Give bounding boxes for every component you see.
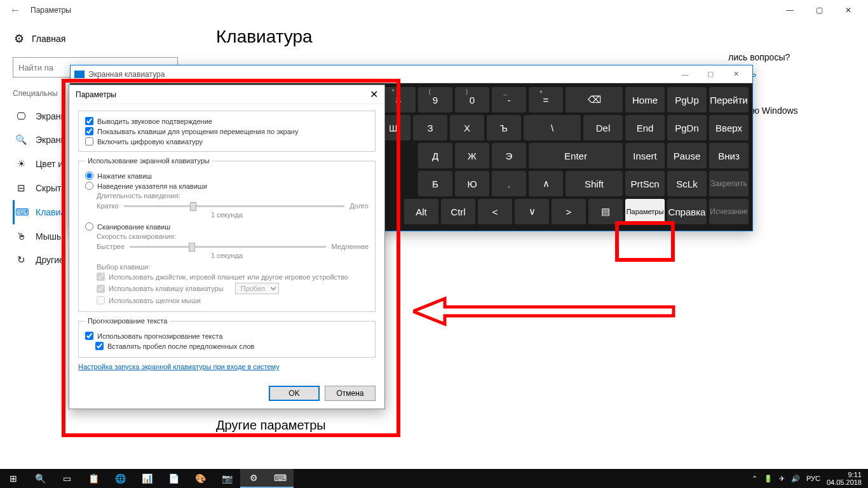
key-pgdn[interactable]: PgDn [667, 115, 707, 140]
osk-maximize[interactable]: ▢ [698, 67, 723, 82]
startup-link[interactable]: Настройка запуска экранной клавиатуры пр… [78, 363, 376, 370]
cb-numpad[interactable]: Включить цифровую клавиатуру [85, 137, 369, 146]
captions-icon: ⊟ [15, 182, 27, 194]
key-9[interactable]: (9 [418, 87, 452, 112]
search-button[interactable]: 🔍 [27, 469, 53, 488]
key-shift[interactable]: Shift [566, 171, 623, 196]
key-hard[interactable]: Ъ [487, 115, 521, 140]
key-enter[interactable]: Enter [529, 143, 623, 168]
tray-lang[interactable]: РУС [806, 475, 820, 482]
tb-word[interactable]: 📄 [160, 469, 187, 488]
key-backslash[interactable]: \ [524, 115, 581, 140]
keyboard-icon: ⌨ [15, 207, 27, 218]
key-0[interactable]: )0 [455, 87, 489, 112]
key-down[interactable]: Вниз [709, 143, 749, 168]
radio-click[interactable]: Нажатие клавиш [85, 172, 369, 180]
radio-scan[interactable]: Сканирование клавиш [85, 222, 369, 231]
tray-clock[interactable]: 9:11 04.05.2018 [827, 471, 862, 486]
key-del[interactable]: Del [583, 115, 623, 140]
osk-minimize[interactable]: — [672, 67, 698, 82]
key-up[interactable]: Вверх [709, 115, 749, 140]
key-pause[interactable]: Pause [667, 143, 707, 168]
key-backspace[interactable]: ⌫ [566, 87, 623, 112]
close-button[interactable]: ✕ [834, 0, 863, 20]
key-8[interactable]: *8 [381, 87, 416, 112]
predict-legend: Прогнозирование текста [85, 317, 170, 325]
key-end[interactable]: End [625, 115, 665, 140]
key-pgup[interactable]: PgUp [667, 87, 707, 112]
key-fade[interactable]: Исчезание [709, 199, 749, 224]
radio-hover[interactable]: Наведение указателя на клавиши [85, 182, 369, 190]
key-right[interactable]: > [552, 199, 586, 224]
tb-app2[interactable]: 📷 [214, 469, 240, 488]
key-sclk[interactable]: ScLk [667, 171, 707, 196]
hover-slider[interactable] [124, 205, 345, 207]
tb-excel[interactable]: 📊 [133, 469, 160, 488]
key-home[interactable]: Home [625, 87, 665, 112]
key-yu[interactable]: Ю [455, 171, 489, 196]
tb-paint[interactable]: 🎨 [187, 469, 214, 488]
dialog-titlebar[interactable]: Параметры ✕ [69, 85, 384, 104]
tray-chevron-icon[interactable]: ⌃ [752, 475, 757, 483]
key-left[interactable]: < [478, 199, 512, 224]
key-d[interactable]: Д [418, 143, 452, 168]
cb-sound[interactable]: Выводить звуковое подтверждение [85, 117, 369, 125]
tb-settings[interactable]: ⚙ [240, 469, 267, 488]
key-z[interactable]: З [413, 115, 447, 140]
system-tray[interactable]: ⌃ 🔋 ✈ 🔊 РУС 9:11 04.05.2018 [752, 471, 868, 486]
minimize-button[interactable]: — [775, 0, 804, 20]
key-menu[interactable]: ▤ [588, 199, 623, 224]
tray-flight-icon[interactable]: ✈ [779, 475, 785, 483]
cb-joystick: Использовать джойстик, игровой планшет и… [97, 273, 369, 281]
magnifier-icon: 🔍 [15, 134, 27, 146]
key-dot[interactable]: . [492, 171, 526, 196]
hover-slider-row: Кратко Долго [97, 202, 369, 210]
ok-button[interactable]: OK [269, 386, 320, 401]
cb-space[interactable]: Вставлять пробел после предложенных слов [95, 342, 369, 350]
dialog-close-icon[interactable]: ✕ [370, 88, 378, 100]
tb-osk[interactable]: ⌨ [267, 469, 294, 488]
osk-titlebar[interactable]: Экранная клавиатура — ▢ ✕ [71, 65, 752, 83]
key-equals[interactable]: += [529, 87, 563, 112]
key-b[interactable]: Б [418, 171, 452, 196]
cb-showkeys[interactable]: Показывать клавиши для упрощения перемещ… [85, 127, 369, 135]
key-prtscn[interactable]: PrtScn [625, 171, 665, 196]
key-minus[interactable]: _- [492, 87, 526, 112]
start-button[interactable]: ⊞ [0, 469, 27, 488]
key-arrow-up[interactable]: ∧ [529, 171, 563, 196]
home-label: Главная [32, 34, 65, 44]
tray-volume-icon[interactable]: 🔊 [791, 475, 800, 483]
hover-time: 1 секунда [85, 211, 369, 219]
cancel-button[interactable]: Отмена [325, 386, 376, 401]
hover-duration-label: Длительность наведения: [97, 192, 369, 200]
tray-battery-icon[interactable]: 🔋 [764, 475, 773, 483]
scan-slider[interactable] [130, 246, 326, 248]
key-ctrl[interactable]: Ctrl [441, 199, 475, 224]
usage-legend: Использование экранной клавиатуры [85, 157, 212, 165]
key-pin[interactable]: Закрепить [709, 171, 749, 196]
key-insert[interactable]: Insert [625, 143, 665, 168]
maximize-button[interactable]: ▢ [804, 0, 834, 20]
key-options[interactable]: Параметры [625, 199, 665, 224]
settings-titlebar: ← Параметры — ▢ ✕ [0, 0, 868, 20]
refresh-icon: ↻ [15, 254, 27, 266]
osk-close[interactable]: ✕ [723, 67, 749, 82]
key-kh[interactable]: Х [450, 115, 484, 140]
osk-title: Экранная клавиатура [88, 70, 165, 79]
key-select-label: Выбор клавиши: [97, 263, 369, 271]
home-link[interactable]: ⚙ Главная [13, 27, 203, 51]
taskview-button[interactable]: ▭ [53, 469, 80, 488]
key-nav[interactable]: Перейти [709, 87, 749, 112]
cb-mouseclick: Использовать щелчок мыши [97, 296, 369, 304]
back-button[interactable]: ← [5, 4, 25, 16]
cb-predict[interactable]: Использовать прогнозирование текста [85, 332, 369, 340]
tb-chrome[interactable]: 🌐 [107, 469, 133, 488]
key-help[interactable]: Справка [667, 199, 707, 224]
key-e[interactable]: Э [492, 143, 526, 168]
key-zh[interactable]: Ж [455, 143, 489, 168]
key-down2[interactable]: ∨ [515, 199, 549, 224]
tb-app1[interactable]: 📋 [80, 469, 107, 488]
predict-fieldset: Прогнозирование текста Использовать прог… [78, 317, 376, 358]
key-alt[interactable]: Alt [404, 199, 438, 224]
scan-slider-row: Быстрее Медленнее [97, 243, 369, 250]
